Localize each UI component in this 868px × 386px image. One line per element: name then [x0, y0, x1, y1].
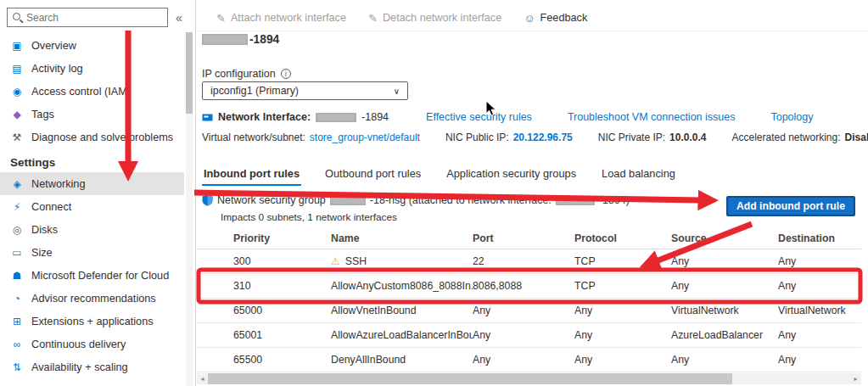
column-name[interactable]: Name	[331, 232, 473, 244]
table-row-300[interactable]: 300⚠SSH22TCPAnyAny	[197, 249, 861, 274]
effective-security-rules-link[interactable]: Effective security rules	[426, 111, 532, 123]
activity-log-icon: ▤	[10, 63, 24, 75]
cell-priority: 65000	[233, 305, 331, 316]
port-rules-tabs: Inbound port rulesOutbound port rulesApp…	[202, 163, 677, 186]
redacted-nic-name	[316, 113, 356, 122]
warning-icon: ⚠	[331, 255, 340, 267]
info-icon[interactable]	[281, 69, 291, 79]
cell-protocol: TCP	[574, 255, 671, 267]
rules-table-body: 300⚠SSH22TCPAnyAny310AllowAnyCustom8086_…	[197, 249, 861, 372]
cell-destination: Any	[778, 255, 861, 267]
sidebar-item-availability-scaling[interactable]: ⇅Availability + scaling	[0, 355, 184, 378]
search-icon	[12, 12, 23, 23]
search-input[interactable]	[26, 12, 163, 24]
column-port[interactable]: Port	[473, 232, 574, 244]
column-destination[interactable]: Destination	[778, 232, 861, 244]
table-row-310[interactable]: 310AllowAnyCustom8086_8088In...8086,8088…	[197, 274, 861, 299]
add-inbound-port-rule-button[interactable]: Add inbound port rule	[726, 196, 855, 216]
cell-source: VirtualNetwork	[671, 305, 778, 316]
tab-load-balancing[interactable]: Load balancing	[600, 163, 677, 186]
topology-link[interactable]: Topology	[770, 111, 813, 123]
nic-public-ip-link[interactable]: 20.122.96.75	[513, 131, 573, 143]
horizontal-scrollbar[interactable]	[197, 373, 861, 384]
cell-name: AllowVnetInBound	[331, 305, 473, 316]
tab-outbound-port-rules[interactable]: Outbound port rules	[323, 163, 423, 186]
sidebar: « ▣Overview▤Activity log◉Access control …	[0, 0, 196, 386]
cell-name: ⚠SSH	[331, 255, 473, 267]
sidebar-item-activity-log[interactable]: ▤Activity log	[0, 57, 184, 80]
table-header: Priority Name Port Protocol Source Desti…	[197, 227, 861, 249]
network-interface-icon	[202, 112, 213, 123]
detach-network-interface-icon: ✎	[368, 12, 378, 25]
sidebar-item-connect[interactable]: ⚡Connect	[0, 195, 184, 218]
tags-icon: ◆	[10, 109, 24, 120]
column-priority[interactable]: Priority	[233, 232, 331, 244]
horizontal-scrollbar-thumb[interactable]	[208, 373, 732, 384]
feedback-icon: ☺	[524, 12, 535, 25]
azure-portal-networking-screen: « ▣Overview▤Activity log◉Access control …	[0, 0, 868, 386]
cell-name: AllowAnyCustom8086_8088In...	[331, 280, 473, 292]
ip-configuration-selected: ipconfig1 (Primary)	[210, 85, 299, 97]
column-protocol[interactable]: Protocol	[574, 232, 671, 244]
sidebar-item-access-control-iam[interactable]: ◉Access control (IAM)	[0, 80, 184, 103]
continuous-delivery-icon: ∞	[10, 338, 24, 350]
connect-icon: ⚡	[10, 201, 24, 213]
cell-source: AzureLoadBalancer	[671, 329, 778, 341]
sidebar-menu: ▣Overview▤Activity log◉Access control (I…	[0, 34, 184, 378]
command-bar: ✎Attach network interface✎Detach network…	[216, 8, 587, 27]
shield-icon	[202, 194, 213, 206]
overview-icon: ▣	[10, 40, 24, 52]
table-row-65001[interactable]: 65001AllowAzureLoadBalancerInBou...AnyAn…	[197, 323, 861, 348]
cell-priority: 65001	[233, 329, 331, 341]
detach-network-interface-button[interactable]: ✎Detach network interface	[368, 12, 501, 25]
access-control-icon: ◉	[10, 86, 24, 98]
ip-configuration-dropdown[interactable]: ipconfig1 (Primary)	[202, 81, 408, 100]
attach-network-interface-button[interactable]: ✎Attach network interface	[216, 12, 346, 25]
sidebar-item-diagnose-and-solve-problems[interactable]: ⚒Diagnose and solve problems	[0, 126, 184, 148]
nsg-mid: -18-nsg (attached to network interface:	[370, 194, 552, 206]
sidebar-item-size[interactable]: ▭Size	[0, 241, 184, 264]
chevron-down-icon	[394, 87, 400, 96]
table-row-65500[interactable]: 65500DenyAllInBoundAnyAnyAnyAny	[197, 348, 861, 372]
tab-application-security-groups[interactable]: Application security groups	[445, 163, 578, 186]
scroll-left-arrow-icon[interactable]	[197, 373, 208, 384]
sidebar-item-tags[interactable]: ◆Tags	[0, 103, 184, 126]
network-interface-suffix: -1894	[361, 111, 389, 123]
sidebar-item-advisor-recommendations[interactable]: ◔Advisor recommendations	[0, 287, 184, 310]
ip-configuration-text: IP configuration	[202, 68, 276, 80]
sidebar-item-continuous-delivery[interactable]: ∞Continuous delivery	[0, 333, 184, 355]
sidebar-item-microsoft-defender-for-cloud[interactable]: ☗Microsoft Defender for Cloud	[0, 264, 184, 287]
search-box[interactable]	[7, 8, 168, 27]
cell-destination: Any	[778, 280, 861, 292]
ip-configuration-label: IP configuration	[202, 68, 291, 80]
feedback-button[interactable]: ☺Feedback	[524, 12, 587, 25]
cell-port: 8086,8088	[473, 280, 574, 292]
cell-destination: Any	[778, 329, 861, 341]
sidebar-item-disks[interactable]: ◎Disks	[0, 218, 184, 241]
sidebar-item-overview[interactable]: ▣Overview	[0, 34, 184, 57]
vnet-subnet-link[interactable]: store_group-vnet/default	[310, 131, 420, 143]
inbound-rules-table: Priority Name Port Protocol Source Desti…	[197, 227, 861, 372]
nic-private-ip: NIC Private IP: 10.0.0.4	[598, 131, 707, 143]
sidebar-scrollbar-thumb[interactable]	[186, 32, 193, 114]
collapse-sidebar-button[interactable]: «	[176, 11, 182, 25]
sidebar-item-networking[interactable]: ◈Networking	[0, 172, 184, 195]
troubleshoot-vm-connection-link[interactable]: Troubleshoot VM connection issues	[568, 111, 736, 123]
column-source[interactable]: Source	[671, 232, 778, 244]
page-title: -1894	[202, 33, 279, 46]
sidebar-item-extensions-applications[interactable]: ⊞Extensions + applications	[0, 310, 184, 333]
advisor-icon: ◔	[10, 293, 24, 305]
cell-name: AllowAzureLoadBalancerInBou...	[331, 329, 473, 341]
cell-port: Any	[473, 305, 574, 316]
nic-private-ip-value: 10.0.0.4	[669, 131, 706, 143]
table-row-65000[interactable]: 65000AllowVnetInBoundAnyAnyVirtualNetwor…	[197, 299, 861, 323]
scroll-right-arrow-icon[interactable]	[850, 373, 861, 384]
cell-source: Any	[671, 255, 778, 267]
tab-inbound-port-rules[interactable]: Inbound port rules	[202, 163, 301, 186]
sidebar-scrollbar[interactable]	[186, 32, 193, 386]
redacted-nic-name-2	[556, 196, 595, 205]
nsg-row: Network security group -18-nsg (attached…	[202, 194, 630, 206]
nsg-end: -1894)	[599, 194, 630, 206]
cell-name: DenyAllInBound	[331, 354, 473, 366]
virtual-network-subnet: Virtual network/subnet: store_group-vnet…	[202, 131, 420, 143]
